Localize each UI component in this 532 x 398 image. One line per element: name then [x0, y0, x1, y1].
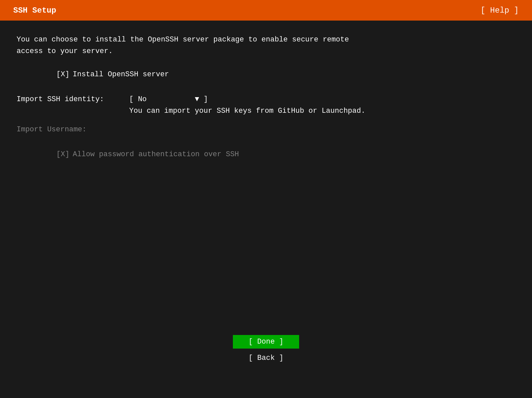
install-openssh-checkbox[interactable]: [X]: [56, 70, 70, 79]
import-username-row: Import Username:: [17, 125, 515, 134]
import-username-input[interactable]: [129, 125, 262, 134]
done-button[interactable]: [ Done ]: [233, 335, 299, 349]
description-line2: access to your server.: [17, 45, 515, 57]
description-line1: You can choose to install the OpenSSH se…: [17, 34, 515, 45]
buttons-area: [ Done ] [ Back ]: [233, 335, 299, 365]
password-auth-label: Allow password authentication over SSH: [73, 150, 239, 159]
title-bar-help[interactable]: [ Help ]: [481, 6, 519, 15]
back-button[interactable]: [ Back ]: [233, 351, 299, 365]
title-bar: SSH Setup [ Help ]: [0, 0, 532, 21]
identity-section: Import SSH identity: [ No ▼ ] You can im…: [17, 95, 515, 115]
identity-label: Import SSH identity:: [17, 95, 129, 103]
identity-row: Import SSH identity: [ No ▼ ]: [17, 95, 515, 103]
install-openssh-row[interactable]: [X] Install OpenSSH server: [56, 70, 515, 79]
identity-hint: You can import your SSH keys from GitHub…: [129, 107, 515, 115]
bracket-open: [ No: [129, 95, 147, 103]
password-auth-checkbox[interactable]: [X]: [56, 150, 70, 159]
import-username-label: Import Username:: [17, 125, 129, 134]
identity-dropdown[interactable]: [ No ▼ ]: [129, 95, 208, 103]
content: You can choose to install the OpenSSH se…: [0, 21, 532, 182]
description: You can choose to install the OpenSSH se…: [17, 34, 515, 57]
password-auth-row[interactable]: [X] Allow password authentication over S…: [56, 150, 515, 159]
dropdown-spacer: [147, 95, 195, 103]
install-openssh-label: Install OpenSSH server: [73, 70, 169, 79]
dropdown-arrow-icon: ▼ ]: [195, 95, 208, 103]
title-bar-title: SSH Setup: [13, 6, 56, 15]
